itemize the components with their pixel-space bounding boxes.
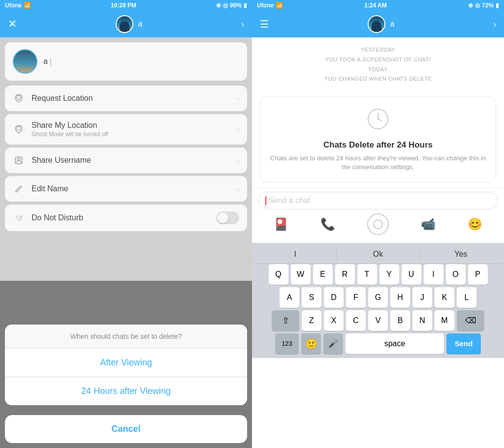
chat-media-icons: 🎴 📞 📹 😊 <box>258 209 498 239</box>
dnd-icon: ᶻ𝓩 <box>13 212 25 224</box>
key-123[interactable]: 123 <box>275 333 299 354</box>
right-header-center: a <box>368 15 395 33</box>
key-a[interactable]: A <box>280 287 299 308</box>
left-content: a | Request Location › <box>0 42 252 286</box>
menu-item-dnd[interactable]: ᶻ𝓩 Do Not Disturb <box>5 205 247 231</box>
key-r[interactable]: R <box>335 264 355 285</box>
key-h[interactable]: H <box>390 287 410 308</box>
key-u[interactable]: U <box>402 264 421 285</box>
request-location-text: Request Location <box>32 94 230 103</box>
dnd-toggle[interactable] <box>217 211 239 224</box>
key-y[interactable]: Y <box>379 264 399 285</box>
camera-button[interactable] <box>367 213 389 235</box>
video-icon[interactable]: 📹 <box>421 217 436 231</box>
mic-key[interactable]: 🎤 <box>323 333 343 354</box>
right-status-left: Ufone 📶 <box>257 2 283 9</box>
left-status-bar: Ufone 📶 10:28 PM ⊕ ◎ 90% ▮ <box>0 0 252 11</box>
suggestion-i[interactable]: I <box>254 249 337 260</box>
key-o[interactable]: O <box>446 264 466 285</box>
keyboard-suggestions: I Ok Yes <box>254 247 502 264</box>
chat-notification-card: Chats Delete after 24 Hours Chats are se… <box>260 97 496 182</box>
menu-item-edit-name[interactable]: Edit Name › <box>5 176 247 202</box>
menu-item-share-location[interactable]: Share My Location Ghost Mode will be tur… <box>5 114 247 145</box>
key-v[interactable]: V <box>368 310 388 331</box>
key-l[interactable]: L <box>457 287 476 308</box>
sys-msg-changed: YOU CHANGED WHEN CHATS DELETE <box>260 74 496 84</box>
action-cancel-button[interactable]: Cancel <box>5 415 247 443</box>
left-battery-icon: ▮ <box>244 2 247 9</box>
sys-msg-screenshot: YOU TOOK A SCREENSHOT OF CHAT! <box>260 55 496 65</box>
left-avatar-inner <box>117 16 132 32</box>
send-key[interactable]: Send <box>446 333 481 354</box>
svg-text:ᶻ𝓩: ᶻ𝓩 <box>15 214 23 222</box>
key-g[interactable]: G <box>368 287 388 308</box>
share-location-title: Share My Location <box>32 121 230 130</box>
phone-icon[interactable]: 📞 <box>320 217 335 231</box>
toggle-knob <box>218 212 228 223</box>
hamburger-menu[interactable]: ☰ <box>260 18 269 30</box>
suggestion-yes[interactable]: Yes <box>420 249 502 260</box>
key-n[interactable]: N <box>412 310 432 331</box>
left-avatar[interactable] <box>116 15 133 33</box>
sticker-icon[interactable]: 🎴 <box>274 217 288 231</box>
edit-name-title: Edit Name <box>32 184 230 193</box>
request-location-title: Request Location <box>32 94 230 103</box>
action-24-hours[interactable]: 24 Hours after Viewing <box>5 377 247 405</box>
key-p[interactable]: P <box>468 264 488 285</box>
right-header-chevron[interactable]: › <box>493 19 496 30</box>
right-status-bar: Ufone 📶 1:24 AM ⊕ ◎ 72% ▮ <box>252 0 504 11</box>
share-location-icon <box>13 123 25 135</box>
space-key[interactable]: space <box>346 333 444 354</box>
share-username-title: Share Username <box>32 156 230 165</box>
right-carrier: Ufone <box>257 2 274 9</box>
key-b[interactable]: B <box>390 310 410 331</box>
friend-cursor: | <box>50 58 52 65</box>
menu-items: Request Location › Share My Location Gho… <box>5 86 247 231</box>
key-d[interactable]: D <box>324 287 344 308</box>
close-button[interactable]: ✕ <box>8 18 17 30</box>
right-avatar[interactable] <box>368 15 385 33</box>
emoji-media-icon[interactable]: 😊 <box>468 217 482 231</box>
key-f[interactable]: F <box>346 287 366 308</box>
right-avatar-silhouette <box>372 21 381 32</box>
key-i[interactable]: I <box>424 264 443 285</box>
avatar-silhouette <box>120 21 129 32</box>
key-z[interactable]: Z <box>302 310 321 331</box>
right-status-right: ⊕ ◎ 72% ▮ <box>468 2 499 9</box>
svg-point-1 <box>17 126 21 130</box>
left-alarm-icon: ◎ <box>223 2 228 9</box>
suggestion-ok[interactable]: Ok <box>337 249 419 260</box>
share-username-text: Share Username <box>32 156 230 165</box>
key-x[interactable]: X <box>324 310 344 331</box>
key-w[interactable]: W <box>291 264 311 285</box>
shift-key[interactable]: ⇧ <box>272 310 299 331</box>
menu-item-request-location[interactable]: Request Location › <box>5 86 247 111</box>
key-k[interactable]: K <box>435 287 454 308</box>
friend-name-block: a | <box>43 57 52 66</box>
action-after-viewing[interactable]: After Viewing <box>5 349 247 377</box>
menu-item-share-username[interactable]: Share Username › <box>5 148 247 173</box>
keyboard-bottom-row: 123 🙂 🎤 space Send <box>254 333 502 354</box>
key-c[interactable]: C <box>346 310 366 331</box>
left-location-icon: ⊕ <box>216 2 221 9</box>
left-header-center: a <box>116 15 143 33</box>
share-username-chevron: › <box>237 156 239 164</box>
chat-input-row[interactable]: Send a chat <box>258 192 498 209</box>
backspace-key[interactable]: ⌫ <box>457 310 484 331</box>
key-e[interactable]: E <box>313 264 333 285</box>
right-header-name: a <box>390 20 395 29</box>
notification-description: Chats are set to delete 24 hours after t… <box>268 154 488 172</box>
key-q[interactable]: Q <box>269 264 288 285</box>
sys-msg-today: TODAY <box>260 65 496 75</box>
friend-info-card[interactable]: a | <box>5 42 247 81</box>
action-sheet-cancel-container: Cancel <box>5 415 247 443</box>
key-m[interactable]: M <box>435 310 454 331</box>
left-header-chevron[interactable]: › <box>241 19 244 30</box>
emoji-key[interactable]: 🙂 <box>301 333 321 354</box>
key-s[interactable]: S <box>302 287 321 308</box>
right-wifi-icon: 📶 <box>276 2 283 9</box>
key-t[interactable]: T <box>357 264 377 285</box>
key-j[interactable]: J <box>412 287 432 308</box>
right-time: 1:24 AM <box>364 2 387 9</box>
clock-icon <box>268 107 488 135</box>
